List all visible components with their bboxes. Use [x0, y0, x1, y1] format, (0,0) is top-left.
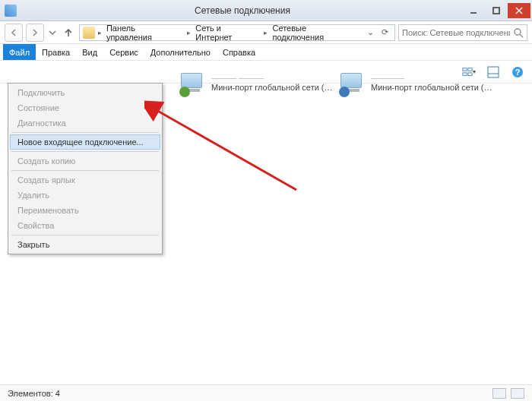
svg-text:?: ? — [515, 68, 521, 77]
menu-item-diagnostics[interactable]: Диагностика — [10, 115, 160, 131]
svg-rect-7 — [463, 68, 467, 71]
nav-up-button[interactable] — [61, 24, 76, 41]
menu-item-status[interactable]: Состояние — [10, 100, 160, 115]
menu-separator — [11, 235, 159, 235]
minimize-button[interactable] — [462, 3, 485, 18]
menu-separator — [11, 132, 159, 133]
svg-point-5 — [515, 29, 521, 35]
help-button[interactable]: ? — [511, 65, 524, 79]
menu-edit[interactable]: Правка — [36, 44, 76, 60]
view-large-icon[interactable] — [511, 388, 524, 399]
status-view-icons — [492, 388, 524, 399]
chevron-down-icon[interactable]: ⌄ — [364, 27, 377, 37]
svg-rect-8 — [468, 68, 472, 71]
connection-icon — [340, 73, 366, 96]
connection-badge-icon — [179, 87, 190, 97]
menu-item-connect[interactable]: Подключить — [10, 85, 160, 100]
menu-item-copy[interactable]: Создать копию — [10, 153, 160, 169]
status-bar: Элементов: 4 — [0, 384, 532, 401]
connection-name: ——— ——— — [211, 73, 333, 82]
window-controls — [462, 3, 530, 18]
connection-subtitle: Мини-порт глобальной сети (P... — [211, 83, 333, 92]
chevron-right-icon: ▸ — [98, 29, 102, 36]
breadcrumb-item[interactable]: Сетевые подключения — [269, 24, 363, 42]
menu-tools[interactable]: Сервис — [103, 44, 144, 60]
address-row: ▸ Панель управления ▸ Сеть и Интернет ▸ … — [0, 21, 532, 44]
app-icon — [5, 5, 17, 17]
menu-item-shortcut[interactable]: Создать ярлык — [10, 172, 160, 188]
status-text: Элементов: 4 — [8, 389, 60, 398]
connection-item[interactable]: ——— ——— Мини-порт глобальной сети (P... — [181, 73, 333, 96]
nav-forward-button[interactable] — [26, 24, 44, 42]
nav-back-button[interactable] — [5, 24, 23, 42]
menu-item-rename[interactable]: Переименовать — [10, 203, 160, 218]
chevron-right-icon: ▸ — [264, 29, 268, 36]
search-input[interactable] — [402, 28, 510, 37]
maximize-button[interactable] — [485, 3, 508, 18]
breadcrumb-item[interactable]: Сеть и Интернет — [192, 24, 262, 42]
breadcrumb-item[interactable]: Панель управления — [103, 24, 185, 42]
connection-name: ———— — [371, 73, 492, 82]
menu-view[interactable]: Вид — [76, 44, 103, 60]
menu-file[interactable]: Файл — [3, 44, 36, 60]
folder-icon — [83, 27, 95, 39]
menu-item-properties[interactable]: Свойства — [10, 218, 160, 233]
search-box[interactable] — [398, 24, 527, 41]
connection-subtitle: Мини-порт глобальной сети (P... — [371, 83, 492, 92]
search-icon — [513, 27, 524, 38]
close-button[interactable] — [508, 3, 530, 18]
menubar: Файл Правка Вид Сервис Дополнительно Спр… — [0, 44, 532, 61]
svg-line-6 — [520, 34, 523, 37]
chevron-right-icon: ▸ — [187, 29, 191, 36]
connection-item[interactable]: ———— Мини-порт глобальной сети (P... — [340, 73, 492, 96]
menu-item-new-incoming-connection[interactable]: Новое входящее подключение... — [10, 134, 160, 150]
menu-help[interactable]: Справка — [217, 44, 261, 60]
breadcrumb[interactable]: ▸ Панель управления ▸ Сеть и Интернет ▸ … — [79, 24, 395, 41]
svg-rect-1 — [493, 8, 499, 14]
refresh-icon[interactable]: ⟳ — [378, 27, 391, 37]
menu-advanced[interactable]: Дополнительно — [144, 44, 217, 60]
menu-item-close[interactable]: Закрыть — [10, 237, 160, 252]
titlebar: Сетевые подключения — [0, 0, 532, 21]
menu-separator — [11, 170, 159, 171]
nav-recent-button[interactable] — [47, 24, 58, 42]
connection-icon — [181, 73, 207, 96]
menu-item-delete[interactable]: Удалить — [10, 188, 160, 203]
view-details-icon[interactable] — [492, 388, 506, 399]
window-title: Сетевые подключения — [23, 5, 462, 16]
file-menu-dropdown: Подключить Состояние Диагностика Новое в… — [8, 83, 163, 254]
menu-separator — [11, 151, 159, 152]
connection-badge-icon — [339, 87, 350, 97]
